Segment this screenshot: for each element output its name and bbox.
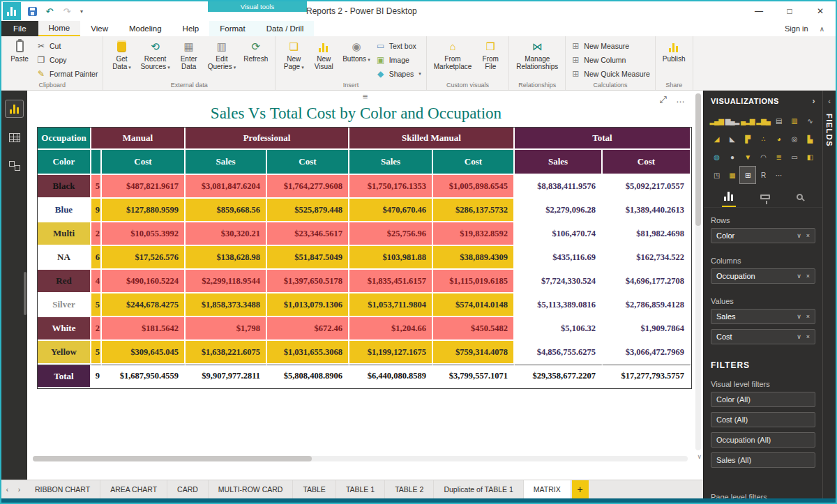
page-tab-table-1[interactable]: TABLE 1 bbox=[336, 480, 385, 498]
horizontal-scrollbar-thumb[interactable] bbox=[33, 456, 312, 461]
clipped-cell[interactable]: 9 bbox=[91, 365, 102, 388]
report-view-icon[interactable] bbox=[5, 100, 24, 118]
row-header-white[interactable]: White bbox=[38, 317, 91, 341]
vertical-scrollbar-thumb[interactable] bbox=[695, 93, 701, 226]
waterfall-chart-icon[interactable]: ▛ bbox=[740, 130, 755, 147]
format-painter-button[interactable]: ✎Format Painter bbox=[36, 68, 98, 79]
data-cell[interactable]: $490,160.5224 bbox=[102, 270, 186, 293]
new-visual-button[interactable]: NewVisual bbox=[310, 38, 337, 72]
clipped-cell[interactable]: 5 bbox=[91, 175, 102, 199]
clipped-cell[interactable]: 6 bbox=[91, 246, 102, 270]
visual-more-options-icon[interactable]: … bbox=[676, 94, 685, 105]
kpi-icon[interactable]: ◧ bbox=[802, 148, 817, 165]
data-cell[interactable]: $487,821.9617 bbox=[102, 175, 186, 199]
100-stacked-column-chart-icon[interactable]: ▥ bbox=[786, 112, 801, 129]
column-group-manual[interactable]: Manual bbox=[91, 128, 186, 150]
tab-file[interactable]: File bbox=[1, 21, 38, 36]
new-page-button[interactable]: ❏NewPage▾ bbox=[280, 38, 307, 73]
redo-icon[interactable]: ↷ bbox=[61, 4, 73, 18]
funnel-chart-icon[interactable]: ▼ bbox=[740, 148, 755, 165]
close-button[interactable]: ✕ bbox=[805, 1, 836, 21]
row-header-black[interactable]: Black bbox=[38, 175, 91, 199]
pill-dropdown-icon[interactable]: ∨ bbox=[797, 232, 801, 239]
row-total-cell[interactable]: $2,786,859.4128 bbox=[603, 293, 691, 317]
clipped-cell[interactable]: 9 bbox=[91, 199, 102, 222]
data-cell[interactable]: $1,031,655.3068 bbox=[267, 341, 349, 365]
data-cell[interactable]: $759,314.4078 bbox=[433, 341, 515, 365]
data-cell[interactable]: $1,835,451.6157 bbox=[349, 270, 433, 293]
tab-view[interactable]: View bbox=[80, 21, 119, 36]
grand-total-cell[interactable]: $17,277,793.5757 bbox=[603, 365, 691, 388]
row-header-silver[interactable]: Silver bbox=[38, 293, 91, 317]
page-tab-matrix[interactable]: MATRIX bbox=[524, 480, 571, 498]
tab-data-drill[interactable]: Data / Drill bbox=[256, 21, 315, 36]
column-group-occupation[interactable]: Occupation bbox=[38, 128, 91, 150]
matrix-icon[interactable]: ⊞ bbox=[740, 167, 755, 183]
line-chart-icon[interactable]: ∿ bbox=[802, 112, 817, 129]
row-total-cell[interactable]: $2,279,096.28 bbox=[515, 199, 603, 222]
filter-pill-sales-all[interactable]: Sales (All) bbox=[711, 452, 815, 468]
recent-sources-button[interactable]: ⟲RecentSources▾ bbox=[138, 38, 172, 73]
nav-scrollbar-thumb[interactable] bbox=[24, 272, 27, 315]
data-view-icon[interactable] bbox=[5, 128, 24, 146]
tab-help[interactable]: Help bbox=[172, 21, 210, 36]
visual-drag-handle-icon[interactable]: ≡ bbox=[363, 91, 368, 102]
data-cell[interactable]: $859,668.56 bbox=[186, 199, 267, 222]
slicer-icon[interactable]: ◳ bbox=[709, 167, 724, 183]
data-cell[interactable]: $30,320.21 bbox=[186, 222, 267, 246]
stacked-area-chart-icon[interactable]: ◣ bbox=[724, 130, 739, 147]
row-total-cell[interactable]: $5,113,389.0816 bbox=[515, 293, 603, 317]
row-total-cell[interactable]: $81,982.4698 bbox=[603, 222, 691, 246]
column-header-sales[interactable]: Sales bbox=[186, 150, 267, 175]
expand-fields-icon[interactable]: ‹ bbox=[828, 97, 831, 105]
row-header-red[interactable]: Red bbox=[38, 270, 91, 293]
data-cell[interactable]: $244,678.4275 bbox=[102, 293, 186, 317]
area-chart-icon[interactable]: ◢ bbox=[709, 130, 724, 147]
tab-modeling[interactable]: Modeling bbox=[119, 21, 172, 36]
column-group-skilled-manual[interactable]: Skilled Manual bbox=[349, 128, 515, 150]
horizontal-scrollbar[interactable] bbox=[33, 456, 688, 461]
tab-format[interactable]: Format bbox=[209, 21, 255, 36]
column-total-cell[interactable]: $9,907,977.2811 bbox=[186, 365, 267, 388]
clustered-column-chart-icon[interactable]: ▂▆▄ bbox=[755, 112, 771, 129]
row-total-cell[interactable]: $4,696,177.2708 bbox=[603, 270, 691, 293]
data-cell[interactable]: $1,858,373.3488 bbox=[186, 293, 267, 317]
data-cell[interactable]: $25,756.96 bbox=[349, 222, 433, 246]
tab-analytics[interactable] bbox=[794, 187, 805, 207]
column-header-sales[interactable]: Sales bbox=[349, 150, 433, 175]
data-cell[interactable]: $127,880.9599 bbox=[102, 199, 186, 222]
row-total-cell[interactable]: $8,838,411.9576 bbox=[515, 175, 603, 199]
page-tab-table-2[interactable]: TABLE 2 bbox=[385, 480, 434, 498]
data-cell[interactable]: $103,981.88 bbox=[349, 246, 433, 270]
column-header-cost[interactable]: Cost bbox=[433, 150, 515, 175]
collapse-ribbon-icon[interactable]: ∧ bbox=[814, 21, 836, 36]
data-cell[interactable]: $10,055.3992 bbox=[102, 222, 186, 246]
paste-button[interactable]: Paste bbox=[6, 38, 33, 65]
multi-row-card-icon[interactable]: ≣ bbox=[771, 148, 786, 165]
donut-chart-icon[interactable]: ◎ bbox=[786, 130, 801, 147]
row-total-cell[interactable]: $4,856,755.6275 bbox=[515, 341, 603, 365]
vertical-scrollbar[interactable] bbox=[695, 93, 701, 450]
clipped-cell[interactable]: 4 bbox=[91, 270, 102, 293]
data-cell[interactable]: $286,137.5732 bbox=[433, 199, 515, 222]
scatter-chart-icon[interactable]: ∴ bbox=[755, 130, 771, 147]
column-total-cell[interactable]: $5,808,408.8906 bbox=[267, 365, 349, 388]
data-cell[interactable]: $19,832.8592 bbox=[433, 222, 515, 246]
row-total-cell[interactable]: $5,092,217.0557 bbox=[603, 175, 691, 199]
column-header-cost[interactable]: Cost bbox=[603, 150, 691, 175]
page-tab-duplicate-of-table-1[interactable]: Duplicate of TABLE 1 bbox=[434, 480, 523, 498]
image-button[interactable]: ▣Image bbox=[376, 54, 421, 65]
column-group-professional[interactable]: Professional bbox=[186, 128, 349, 150]
data-cell[interactable]: $470,670.46 bbox=[349, 199, 433, 222]
scroll-down-arrow-icon[interactable]: ∨ bbox=[697, 453, 702, 460]
pill-dropdown-icon[interactable]: ∨ bbox=[797, 333, 801, 340]
field-pill-sales[interactable]: Sales∨× bbox=[711, 309, 815, 324]
data-cell[interactable]: $181.5642 bbox=[102, 317, 186, 341]
data-cell[interactable]: $1,013,079.1306 bbox=[267, 293, 349, 317]
card-icon[interactable]: ▭ bbox=[786, 148, 801, 165]
column-total-cell[interactable]: $6,440,080.8589 bbox=[349, 365, 433, 388]
column-header-cost[interactable]: Cost bbox=[267, 150, 349, 175]
from-marketplace-button[interactable]: ⌂FromMarketplace bbox=[432, 38, 474, 72]
empty-slot[interactable] bbox=[786, 167, 801, 183]
data-cell[interactable]: $309,645.045 bbox=[102, 341, 186, 365]
